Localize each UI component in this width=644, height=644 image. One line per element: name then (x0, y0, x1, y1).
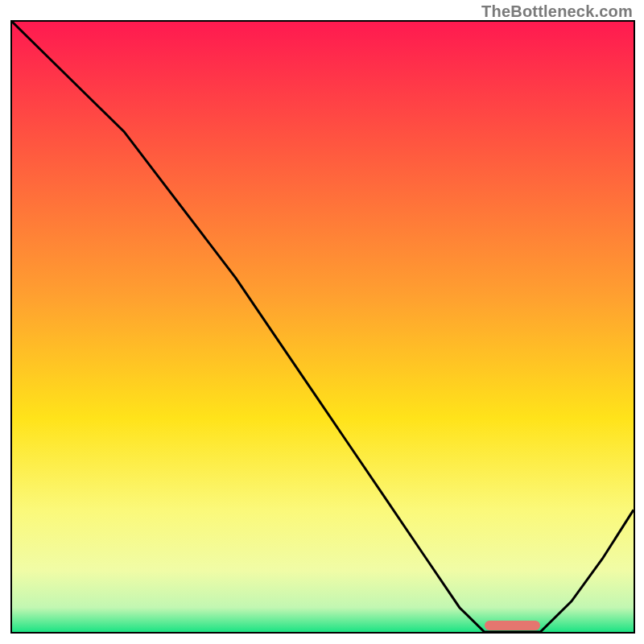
chart-container: TheBottleneck.com (0, 0, 644, 644)
curve-layer (12, 22, 634, 632)
optimal-range-marker (485, 621, 540, 630)
bottleneck-curve (12, 22, 634, 632)
plot-area (10, 20, 635, 634)
watermark-text: TheBottleneck.com (481, 2, 633, 21)
